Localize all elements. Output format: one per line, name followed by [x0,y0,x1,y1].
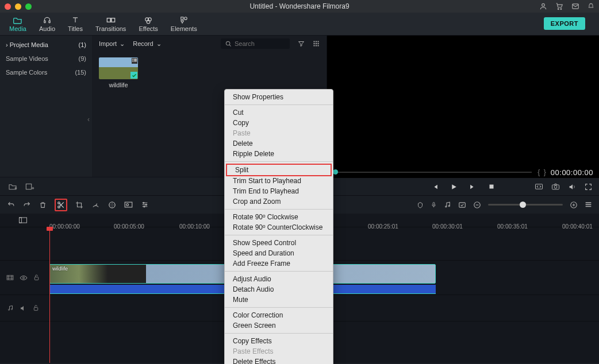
view-options-icon[interactable] [585,201,592,208]
menu-separator [225,271,333,272]
zoom-out-icon[interactable] [473,201,481,209]
stop-button[interactable] [488,183,495,190]
tab-effects[interactable]: Effects [139,16,158,32]
menu-item-show-properties[interactable]: Show Properties [225,92,333,102]
split-button[interactable] [55,199,67,211]
preview-scrubber[interactable]: { } 00:00:00:00 [327,166,599,178]
tab-label: Titles [68,25,83,32]
sidebar-collapse[interactable]: ‹ [0,108,92,131]
menu-item-delete[interactable]: Delete [225,138,333,149]
crop-button[interactable] [75,201,83,209]
menu-item-crop-and-zoom[interactable]: Crop and Zoom [225,196,333,207]
svg-rect-21 [316,45,317,47]
svg-rect-46 [586,204,592,205]
track-lock-icon[interactable] [33,304,39,312]
account-icon[interactable] [539,2,547,10]
track-visibility-icon[interactable] [20,275,28,281]
import-dropdown[interactable]: Import⌄ [99,40,125,48]
clip-badge-icon [132,58,137,64]
svg-rect-15 [316,41,317,42]
play-button[interactable] [450,183,458,191]
zoom-slider[interactable] [488,204,563,206]
search-box[interactable] [221,38,290,49]
transitions-icon [106,16,116,25]
tab-titles[interactable]: Titles [68,16,83,32]
effects-icon [144,16,152,25]
color-button[interactable] [108,201,116,209]
svg-rect-22 [318,45,319,47]
menu-item-ripple-delete[interactable]: Ripple Delete [225,149,333,159]
tab-audio[interactable]: Audio [39,16,55,32]
delete-button[interactable] [39,201,47,209]
mixer-icon[interactable] [417,201,424,209]
track-music-icon[interactable] [7,304,14,312]
volume-icon[interactable] [568,183,577,191]
grid-view-icon[interactable] [313,40,320,47]
menu-separator [225,209,333,210]
quality-icon[interactable] [535,183,543,190]
menu-item-trim-start-to-playhead[interactable]: Trim Start to Playhead [225,176,333,186]
sidebar-item-sample-colors[interactable]: Sample Colors (15) [0,65,92,79]
menu-item-rotate-90-clockwise[interactable]: Rotate 90º Clockwise [225,212,333,222]
menu-item-cut[interactable]: Cut [225,107,333,118]
media-thumb-wildlife[interactable]: wildlife [99,57,138,88]
playhead[interactable] [49,227,50,363]
tab-media[interactable]: Media [9,16,26,32]
audio-mixer-icon[interactable] [444,201,451,208]
fullscreen-icon[interactable] [585,183,592,191]
snapshot-icon[interactable] [551,183,560,190]
headphones-icon [43,16,52,25]
zoom-handle[interactable] [520,202,526,208]
search-icon [225,41,232,47]
svg-rect-17 [314,43,315,44]
undo-button[interactable] [7,201,15,208]
close-window[interactable] [5,3,11,10]
green-screen-button[interactable] [124,201,133,208]
menu-item-copy-effects[interactable]: Copy Effects [225,336,333,346]
new-folder-icon[interactable] [8,183,17,191]
menu-item-color-correction[interactable]: Color Correction [225,310,333,320]
filter-icon[interactable] [298,40,305,47]
menu-item-delete-effects[interactable]: Delete Effects [225,357,333,364]
notification-icon[interactable] [588,2,594,10]
zoom-in-icon[interactable] [570,201,578,209]
cart-icon[interactable] [555,2,563,10]
menu-item-paste-effects: Paste Effects [225,346,333,357]
menu-item-adjust-audio[interactable]: Adjust Audio [225,274,333,284]
menu-item-mute[interactable]: Mute [225,295,333,305]
menu-item-detach-audio[interactable]: Detach Audio [225,284,333,295]
speed-button[interactable] [91,201,100,209]
menu-item-trim-end-to-playhead[interactable]: Trim End to Playhead [225,186,333,196]
menu-item-show-speed-control[interactable]: Show Speed Control [225,238,333,248]
message-icon[interactable] [571,2,579,10]
menu-item-add-freeze-frame[interactable]: Add Freeze Frame [225,258,333,269]
track-mute-icon[interactable] [20,305,27,312]
marker-icon[interactable] [458,202,466,208]
tab-elements[interactable]: Elements [171,16,197,32]
redo-button[interactable] [23,201,31,208]
menu-item-green-screen[interactable]: Green Screen [225,320,333,331]
tab-transitions[interactable]: Transitions [95,16,126,32]
menu-item-copy[interactable]: Copy [225,118,333,128]
maximize-window[interactable] [25,3,32,10]
timeline-menu-icon[interactable] [18,216,28,224]
record-dropdown[interactable]: Record⌄ [133,40,161,48]
sidebar-item-sample-videos[interactable]: Sample Videos (9) [0,52,92,65]
minimize-window[interactable] [15,3,21,10]
menu-item-rotate-90-counterclockwise[interactable]: Rotate 90º CounterClockwise [225,222,333,233]
menu-item-split[interactable]: Split [226,164,332,176]
next-frame-button[interactable] [469,183,477,191]
prev-frame-button[interactable] [431,183,439,191]
adjust-button[interactable] [141,201,149,208]
add-media-icon[interactable] [25,183,34,191]
scrub-handle[interactable] [333,169,338,175]
export-button[interactable]: EXPORT [544,17,585,30]
track-filmstrip-icon[interactable] [6,274,14,281]
search-input[interactable] [235,40,281,47]
voiceover-icon[interactable] [431,200,437,209]
sidebar-item-project-media[interactable]: ›Project Media (1) [0,38,92,52]
track-lock-icon[interactable] [33,274,40,281]
svg-point-0 [542,3,545,6]
menu-item-speed-and-duration[interactable]: Speed and Duration [225,248,333,258]
svg-rect-39 [433,202,435,205]
